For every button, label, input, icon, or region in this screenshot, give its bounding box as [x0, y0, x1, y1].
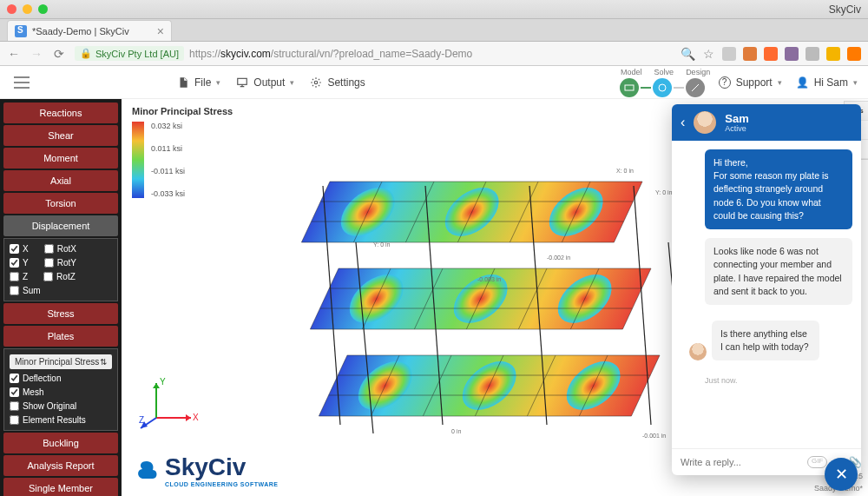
browser-tab[interactable]: *Saady-Demo | SkyCiv ×	[7, 20, 172, 41]
svg-text:Y: 0 in: Y: 0 in	[373, 241, 391, 248]
tab-title: *Saady-Demo | SkyCiv	[32, 26, 129, 36]
app-toolbar: File▾ Output▾ Settings Model Solve Desig…	[0, 66, 868, 99]
url-text: https://skyciv.com/structural/vn/?preloa…	[189, 48, 472, 60]
chat-msg-incoming: Looks like node 6 was not connecting you…	[705, 238, 852, 305]
mode-label-design: Design	[686, 68, 710, 76]
url-right-icons: 🔍 ☆	[681, 47, 861, 61]
app-label: SkyCiv	[829, 3, 861, 16]
btn-torsion[interactable]: Torsion	[3, 193, 118, 214]
mac-titlebar: SkyCiv	[0, 0, 868, 19]
tab-close-icon[interactable]: ×	[157, 24, 164, 38]
forward-icon[interactable]: →	[30, 47, 43, 61]
btn-stress[interactable]: Stress	[3, 303, 118, 324]
chat-widget: ‹ Sam Active Hi there, For some reason m…	[672, 104, 861, 475]
workspace: Reactions Shear Moment Axial Torsion Dis…	[0, 99, 868, 496]
ext-icon-5[interactable]	[806, 47, 819, 61]
svg-text:Y: Y	[160, 377, 166, 387]
file-menu[interactable]: File▾	[177, 76, 220, 89]
btn-reactions[interactable]: Reactions	[3, 103, 118, 123]
chat-body[interactable]: Hi there, For some reason my plate is de…	[672, 141, 861, 448]
legend-gradient	[132, 122, 144, 198]
user-icon: 👤	[796, 76, 809, 89]
support-menu[interactable]: ? Support▾	[719, 76, 782, 89]
search-icon[interactable]: 🔍	[681, 47, 694, 61]
chk-roty[interactable]: RotY	[44, 258, 76, 268]
mode-model-icon[interactable]	[620, 78, 639, 97]
logo-icon	[134, 458, 160, 484]
sidebar: Reactions Shear Moment Axial Torsion Dis…	[0, 99, 122, 496]
user-menu[interactable]: 👤 Hi Sam▾	[796, 76, 858, 89]
close-dot[interactable]	[7, 4, 16, 14]
reload-icon[interactable]: ⟳	[52, 47, 66, 61]
monitor-icon	[236, 76, 248, 89]
zoom-dot[interactable]	[38, 4, 48, 14]
skyciv-logo: SkyCiv CLOUD ENGINEERING SOFTWARE	[134, 453, 278, 487]
chk-rotx[interactable]: RotX	[44, 244, 76, 254]
chk-deflection[interactable]: Deflection	[10, 374, 112, 383]
mode-label-solve: Solve	[654, 68, 674, 76]
chat-msg-incoming: Is there anything else I can help with t…	[712, 321, 819, 360]
help-icon: ?	[719, 76, 731, 89]
settings-menu[interactable]: Settings	[310, 76, 365, 89]
minimize-dot[interactable]	[23, 4, 32, 14]
btn-analysis-report[interactable]: Analysis Report	[3, 455, 118, 476]
chk-y[interactable]: Y	[10, 258, 29, 268]
canvas-viewport[interactable]: Minor Principal Stress 0.032 ksi 0.011 k…	[122, 99, 868, 496]
back-icon[interactable]: ←	[7, 47, 21, 61]
svg-rect-2	[625, 85, 634, 90]
gif-icon[interactable]: GIF	[807, 456, 827, 468]
stress-select[interactable]: Minor Principal Stress⇅	[10, 354, 112, 369]
chat-agent-status: Active	[725, 124, 748, 133]
menu-icon[interactable]	[10, 71, 33, 94]
color-legend: Minor Principal Stress 0.032 ksi 0.011 k…	[132, 106, 233, 198]
btn-moment[interactable]: Moment	[3, 148, 118, 169]
svg-text:X: 0 in: X: 0 in	[616, 168, 634, 174]
favicon-icon	[15, 25, 27, 37]
axis-triad: X Y Z	[139, 374, 200, 435]
btn-displacement[interactable]: Displacement	[3, 215, 118, 236]
legend-tick: 0.032 ksi	[151, 122, 185, 130]
chat-agent-avatar	[694, 111, 716, 134]
svg-text:Z: Z	[139, 415, 144, 425]
chk-sum[interactable]: Sum	[10, 286, 41, 295]
mode-design-icon[interactable]	[686, 78, 705, 97]
model-render: X: 0 in Y: 0 in Z: -0.001 in -0.002 in -…	[243, 147, 729, 460]
svg-text:Y: 0 in: Y: 0 in	[655, 189, 673, 195]
chat-back-icon[interactable]: ‹	[681, 115, 685, 130]
lock-icon: 🔒	[80, 48, 92, 59]
btn-axial[interactable]: Axial	[3, 170, 118, 191]
output-menu[interactable]: Output▾	[236, 76, 294, 89]
ext-icon-3[interactable]	[764, 47, 778, 61]
chat-reply-input[interactable]	[681, 457, 800, 467]
mode-solve-icon[interactable]	[653, 78, 672, 97]
ext-icon-6[interactable]	[826, 47, 840, 61]
chk-mesh[interactable]: Mesh	[10, 387, 112, 397]
ext-icon-7[interactable]	[847, 47, 861, 61]
btn-shear[interactable]: Shear	[3, 125, 118, 146]
secure-chip[interactable]: 🔒 SkyCiv Pty Ltd [AU]	[75, 46, 184, 61]
svg-point-1	[315, 81, 319, 84]
ext-icon-4[interactable]	[785, 47, 799, 61]
chk-x[interactable]: X	[10, 244, 29, 254]
svg-text:-0.003 in: -0.003 in	[477, 276, 501, 282]
ext-icon-2[interactable]	[743, 47, 757, 61]
btn-buckling[interactable]: Buckling	[3, 433, 118, 453]
btn-single-member[interactable]: Single Member	[3, 478, 118, 496]
svg-marker-72	[153, 383, 160, 388]
chk-rotz[interactable]: RotZ	[43, 272, 76, 281]
chk-element-results[interactable]: Element Results	[10, 415, 112, 425]
chat-timestamp: Just now.	[705, 376, 852, 385]
star-icon[interactable]: ☆	[701, 47, 715, 61]
btn-plates[interactable]: Plates	[3, 326, 118, 347]
svg-marker-69	[186, 414, 191, 421]
ext-icon-1[interactable]	[722, 47, 736, 61]
chat-agent-name: Sam	[725, 113, 748, 124]
chat-header: ‹ Sam Active	[672, 104, 861, 141]
chat-agent-avatar-small	[689, 343, 707, 360]
svg-text:0 in: 0 in	[451, 428, 461, 434]
chk-show-original[interactable]: Show Original	[10, 401, 112, 411]
address-field[interactable]: 🔒 SkyCiv Pty Ltd [AU] https://skyciv.com…	[75, 46, 672, 61]
chat-close-fab[interactable]: ✕	[825, 458, 858, 491]
tab-strip: *Saady-Demo | SkyCiv ×	[0, 19, 868, 42]
chk-z[interactable]: Z	[10, 272, 28, 281]
